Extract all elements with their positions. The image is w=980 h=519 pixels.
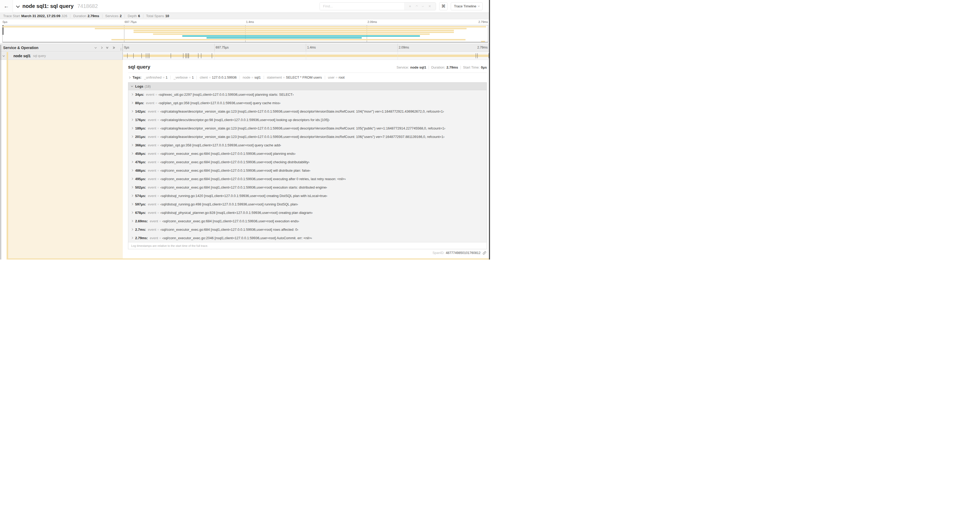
view-selector-button[interactable]: Trace Timeline bbox=[451, 2, 483, 10]
minimap-span-bar bbox=[481, 41, 485, 42]
find-next-icon[interactable] bbox=[422, 5, 424, 7]
clear-find-icon[interactable]: × bbox=[428, 4, 431, 8]
service-operation-title: Service & Operation bbox=[3, 46, 38, 50]
service-operation-header: Service & Operation ∥ bbox=[0, 44, 123, 51]
collapse-all-icon[interactable] bbox=[112, 47, 115, 48]
log-row[interactable]: 2.79ms:event=‹sql/conn_executor_exec.go:… bbox=[128, 234, 487, 242]
log-row[interactable]: 2.69ms:event=‹sql/conn_executor_exec.go:… bbox=[128, 217, 487, 225]
span-row-timeline-cell[interactable] bbox=[123, 52, 489, 60]
minimap-span-bar bbox=[111, 39, 466, 40]
log-field-value: ‹sql/conn_executor_exec.go:684 [nsql1,cl… bbox=[161, 152, 296, 156]
tag-equals: = bbox=[209, 75, 211, 79]
log-field-value: ‹sql/plan_opt.go:358 [nsql1,client=127.0… bbox=[158, 101, 280, 105]
chevron-right-icon bbox=[131, 195, 133, 197]
logs-accordion-toggle[interactable]: Logs (18) bbox=[128, 83, 487, 90]
log-field-value: ‹sql/conn_executor_exec.go:684 [nsql1,cl… bbox=[161, 228, 299, 232]
service-value: node sql1 bbox=[410, 65, 426, 69]
collapse-trace-chevron-icon[interactable] bbox=[16, 4, 20, 8]
log-row[interactable]: 366μs:event=‹sql/plan_opt.go:358 [nsql1,… bbox=[128, 141, 487, 149]
minimap-tick-label: 0μs bbox=[3, 20, 7, 24]
log-row[interactable]: 189μs:event=‹sql/catalog/lease/descripto… bbox=[128, 124, 487, 133]
vertical-scrollbar[interactable] bbox=[489, 0, 490, 260]
minimap-canvas[interactable] bbox=[2, 25, 488, 43]
span-row-name-cell[interactable]: node sql1 sql query bbox=[0, 52, 123, 60]
collapse-one-icon[interactable] bbox=[101, 47, 102, 48]
log-row[interactable]: 80μs:event=‹sql/plan_opt.go:358 [nsql1,c… bbox=[128, 99, 487, 107]
chevron-right-icon bbox=[131, 228, 133, 230]
log-row[interactable]: 502μs:event=‹sql/conn_executor_exec.go:6… bbox=[128, 183, 487, 192]
chevron-right-icon bbox=[131, 178, 133, 180]
jaeger-trace-page: { "colors": { "tan": "#F5DFA9", "teal": … bbox=[0, 0, 490, 260]
log-equals: = bbox=[157, 194, 159, 198]
log-field-key: event bbox=[148, 177, 156, 181]
log-row[interactable]: 476μs:event=‹sql/conn_executor_exec.go:6… bbox=[128, 158, 487, 166]
log-field-key: event bbox=[150, 236, 158, 240]
timeline-gridline bbox=[306, 52, 306, 60]
log-row[interactable]: 142μs:event=‹sql/catalog/lease/descripto… bbox=[128, 107, 487, 115]
chevron-right-icon bbox=[131, 144, 133, 146]
expand-all-icon[interactable] bbox=[107, 46, 108, 49]
locate-icon[interactable]: ⌖ bbox=[409, 4, 411, 8]
log-marker-tick bbox=[149, 53, 150, 58]
column-resize-handle[interactable]: ∥ bbox=[120, 48, 122, 51]
span-detail-title: sql query bbox=[128, 64, 150, 70]
log-row[interactable]: 486μs:event=‹sql/conn_executor_exec.go:6… bbox=[128, 166, 487, 174]
log-field-value: ‹sql/catalog/descs/descriptor.go:98 [nsq… bbox=[161, 118, 329, 122]
find-input[interactable] bbox=[320, 3, 404, 10]
divider bbox=[460, 65, 461, 69]
meta-label: Duration bbox=[73, 14, 86, 18]
minimap-span-row bbox=[3, 30, 488, 31]
log-row[interactable]: 201μs:event=‹sql/catalog/lease/descripto… bbox=[128, 133, 487, 141]
log-timestamp: 2.69ms: bbox=[135, 219, 148, 223]
chevron-right-icon bbox=[131, 136, 133, 138]
log-equals: = bbox=[157, 118, 159, 122]
minimap-span-row bbox=[3, 37, 488, 38]
log-timestamp: 502μs: bbox=[135, 185, 146, 189]
span-collapse-chevron-icon[interactable] bbox=[3, 54, 5, 56]
meta-value: 10 bbox=[165, 14, 169, 18]
log-row[interactable]: 574μs:event=‹sql/distsql_running.go:1420… bbox=[128, 192, 487, 200]
tags-accordion-toggle[interactable]: Tags: _unfinished=1_verbose=1client=127.… bbox=[128, 73, 487, 82]
chevron-right-icon bbox=[131, 102, 133, 104]
log-row[interactable]: 459μs:event=‹sql/conn_executor_exec.go:6… bbox=[128, 149, 487, 158]
log-timestamp: 80μs: bbox=[135, 101, 144, 105]
minimap-span-row bbox=[3, 28, 488, 29]
meta-label: Trace Start bbox=[3, 14, 20, 18]
back-arrow-icon: ← bbox=[4, 3, 9, 9]
log-equals: = bbox=[157, 109, 159, 113]
log-row[interactable]: 34μs:event=‹sql/exec_util.go:2297 [nsql1… bbox=[128, 90, 487, 99]
logs-body: 34μs:event=‹sql/exec_util.go:2297 [nsql1… bbox=[128, 90, 487, 242]
ruler-tick-label: 2.79ms bbox=[477, 46, 488, 50]
start-time-label: Start Time: bbox=[463, 65, 480, 69]
span-detail-meta: Service: node sql1 Duration: 2.79ms Star… bbox=[396, 65, 487, 69]
log-row[interactable]: 2.7ms:event=‹sql/conn_executor_exec.go:6… bbox=[128, 225, 487, 234]
log-equals: = bbox=[157, 177, 159, 181]
keyboard-shortcuts-button[interactable]: ⌘ bbox=[439, 2, 448, 10]
tag-item: _unfinished=1 bbox=[144, 75, 167, 79]
tag-key: _unfinished bbox=[144, 75, 162, 79]
log-row[interactable]: 678μs:event=‹sql/distsql_physical_planne… bbox=[128, 208, 487, 217]
log-row[interactable]: 176μs:event=‹sql/catalog/descs/descripto… bbox=[128, 115, 487, 124]
tag-key: node bbox=[243, 75, 250, 79]
span-detail-panel: sql query Service: node sql1 Duration: 2… bbox=[123, 60, 489, 259]
start-time-value: 0μs bbox=[481, 65, 487, 69]
log-row[interactable]: 597μs:event=‹sql/distsql_running.go:498 … bbox=[128, 200, 487, 208]
back-button[interactable]: ← bbox=[0, 0, 13, 13]
tag-key: _verbose bbox=[173, 75, 188, 79]
find-prev-icon[interactable] bbox=[415, 5, 418, 7]
log-field-value: ‹sql/catalog/lease/descriptor_version_st… bbox=[161, 109, 444, 113]
trace-meta-item: Duration2.79ms bbox=[70, 14, 102, 18]
command-icon: ⌘ bbox=[441, 4, 445, 9]
log-equals: = bbox=[157, 202, 159, 206]
minimap-span-bar bbox=[134, 30, 454, 31]
log-marker-tick bbox=[142, 53, 142, 58]
minimap-span-bar bbox=[153, 34, 430, 35]
log-field-value: ‹sql/catalog/lease/descriptor_version_st… bbox=[161, 135, 445, 139]
logs-note: Log timestamps are relative to the start… bbox=[128, 242, 487, 249]
log-field-value: ‹sql/conn_executor_exec.go:684 [nsql1,cl… bbox=[162, 219, 299, 223]
deep-link-icon[interactable] bbox=[483, 251, 486, 255]
log-row[interactable]: 495μs:event=‹sql/conn_executor_exec.go:6… bbox=[128, 174, 487, 183]
log-field-key: event bbox=[148, 202, 156, 206]
expand-one-icon[interactable] bbox=[95, 47, 96, 48]
chevron-right-icon bbox=[131, 169, 133, 171]
